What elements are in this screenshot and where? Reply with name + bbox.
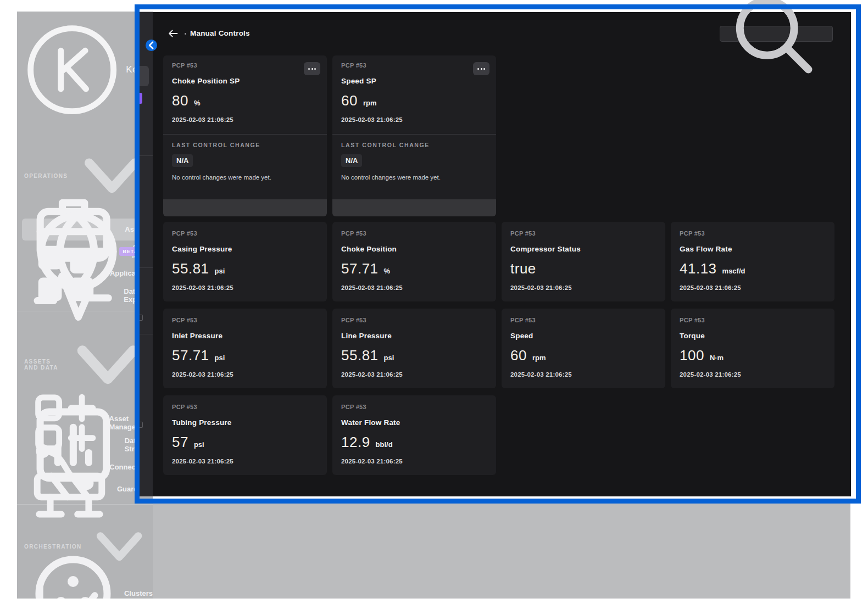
- card-timestamp: 2025-02-03 21:06:25: [172, 371, 318, 378]
- sidebar-item-guardrails[interactable]: Guardrails: [17, 478, 153, 500]
- card-unit: rpm: [363, 99, 377, 107]
- last-control-change-section: LAST CONTROL CHANGEN/ANo control changes…: [163, 135, 327, 181]
- search-icon: [726, 0, 820, 81]
- monitoring-icon: [29, 575, 109, 599]
- beta-badge-fragment: [140, 93, 142, 104]
- card-menu-button[interactable]: [473, 62, 489, 75]
- metric-card-choke-position[interactable]: PCP #53Choke Position57.71%2025-02-03 21…: [332, 222, 496, 301]
- card-value-row: 57.71psi: [172, 347, 318, 364]
- metric-card-tubing-pressure[interactable]: PCP #53Tubing Pressure57psi2025-02-03 21…: [163, 395, 327, 475]
- card-title: Torque: [680, 332, 826, 340]
- card-title: Line Pressure: [341, 332, 487, 340]
- card-unit: N·m: [710, 354, 724, 362]
- guardrails-icon: [29, 449, 110, 529]
- sidebar-item-data-explorer[interactable]: Data Explorer: [17, 284, 153, 306]
- section-label: OPERATIONS: [24, 173, 68, 179]
- menu-dot: [481, 68, 482, 70]
- card-title: Choke Position: [341, 245, 487, 253]
- card-value: 12.9: [341, 434, 370, 451]
- card-value: 57: [172, 434, 188, 451]
- card-footer-bar[interactable]: [163, 199, 327, 216]
- metric-card-compressor-status[interactable]: PCP #53Compressor Statustrue2025-02-03 2…: [502, 222, 665, 301]
- card-asset-label: PCP #53: [510, 230, 656, 237]
- search-input[interactable]: [825, 30, 827, 38]
- card-footer-bar[interactable]: [332, 199, 496, 216]
- card-asset-label: PCP #53: [172, 62, 318, 69]
- sidebar-collapse-button[interactable]: [146, 40, 157, 51]
- card-value: 57.71: [341, 260, 379, 277]
- card-asset-label: PCP #53: [172, 317, 318, 323]
- card-timestamp: 2025-02-03 21:06:25: [341, 371, 487, 378]
- sidebar-undimmed-strip: [140, 12, 153, 496]
- card-value: 60: [341, 92, 358, 109]
- card-unit: psi: [215, 354, 225, 362]
- metric-card-speed[interactable]: PCP #53Speed60rpm2025-02-03 21:06:25: [502, 309, 665, 388]
- card-title: Casing Pressure: [172, 245, 318, 253]
- dimmed-content-below: [153, 504, 850, 599]
- metric-card-line-pressure[interactable]: PCP #53Line Pressure55.81psi2025-02-03 2…: [332, 309, 496, 388]
- card-asset-label: PCP #53: [341, 62, 487, 69]
- last-control-change-note: No control changes were made yet.: [172, 174, 318, 181]
- card-value-row: 55.81psi: [341, 347, 487, 364]
- card-main-section: PCP #53Speed SP60rpm2025-02-03 21:06:25: [332, 55, 496, 135]
- card-timestamp: 2025-02-03 21:06:25: [341, 284, 487, 291]
- card-value: 60: [510, 347, 527, 364]
- card-timestamp: 2025-02-03 21:06:25: [172, 458, 318, 465]
- beta-badge: BETA: [119, 247, 142, 256]
- metric-card-casing-pressure[interactable]: PCP #53Casing Pressure55.81psi2025-02-03…: [163, 222, 327, 301]
- card-value-row: 60rpm: [510, 347, 656, 364]
- data-explorer-icon: [29, 251, 116, 339]
- card-timestamp: 2025-02-03 21:06:25: [172, 284, 318, 291]
- card-asset-label: PCP #53: [172, 404, 318, 410]
- card-asset-label: PCP #53: [341, 404, 487, 410]
- card-timestamp: 2025-02-03 21:06:25: [341, 116, 487, 123]
- metric-card-inlet-pressure[interactable]: PCP #53Inlet Pressure57.71psi2025-02-03 …: [163, 309, 327, 388]
- card-timestamp: 2025-02-03 21:06:25: [510, 284, 656, 291]
- last-control-change-note: No control changes were made yet.: [341, 174, 487, 181]
- card-asset-label: PCP #53: [680, 317, 826, 323]
- card-value-row: 57.71%: [341, 260, 487, 277]
- card-unit: rpm: [532, 354, 546, 362]
- section-label: ASSETS AND DATA: [24, 359, 59, 371]
- card-unit: %: [384, 267, 391, 275]
- card-timestamp: 2025-02-03 21:06:25: [341, 458, 487, 465]
- card-value: 55.81: [341, 347, 379, 364]
- card-title: Inlet Pressure: [172, 332, 318, 340]
- card-unit: psi: [384, 354, 394, 362]
- metric-card-torque[interactable]: PCP #53Torque100N·m2025-02-03 21:06:25: [671, 309, 834, 388]
- card-value: 80: [172, 92, 188, 109]
- card-timestamp: 2025-02-03 21:06:25: [172, 116, 318, 123]
- menu-dot: [308, 68, 310, 70]
- sidebar-section-assets-and-data: ASSETS AND DATAAsset ManagementData Stre…: [17, 311, 153, 504]
- card-timestamp: 2025-02-03 21:06:25: [680, 284, 826, 291]
- sidebar-section-operations: OPERATIONSAssetsAsset MapBETAApplication…: [17, 127, 153, 311]
- sidebar-item-label: Clusters: [124, 589, 153, 597]
- metric-card-water-flow-rate[interactable]: PCP #53Water Flow Rate12.9bbl/d2025-02-0…: [332, 395, 496, 475]
- back-arrow-icon: [168, 28, 179, 39]
- card-unit: bbl/d: [376, 440, 393, 449]
- card-title: Tubing Pressure: [172, 418, 318, 427]
- card-menu-button[interactable]: [304, 62, 320, 75]
- card-value-row: 55.81psi: [172, 260, 318, 277]
- back-button[interactable]: [168, 28, 179, 39]
- divider: [140, 334, 153, 334]
- card-title: Speed: [510, 332, 656, 340]
- sidebar: Kelvin OPERATIONSAssetsAsset MapBETAAppl…: [17, 12, 153, 599]
- last-control-change-badge: N/A: [172, 154, 193, 167]
- card-asset-label: PCP #53: [510, 317, 656, 323]
- last-control-change-section: LAST CONTROL CHANGEN/ANo control changes…: [332, 135, 496, 181]
- card-timestamp: 2025-02-03 21:06:25: [680, 371, 826, 378]
- control-cards-row: PCP #53Choke Position SP80%2025-02-03 21…: [163, 55, 496, 216]
- card-value-row: true: [510, 260, 656, 277]
- card-asset-label: PCP #53: [172, 230, 318, 237]
- metric-card-gas-flow-rate[interactable]: PCP #53Gas Flow Rate41.13mscf/d2025-02-0…: [671, 222, 834, 301]
- search-box[interactable]: [720, 26, 833, 42]
- kelvin-logo-icon: [24, 22, 120, 118]
- card-value-row: 80%: [172, 92, 318, 109]
- chevron-left-icon: [146, 40, 157, 51]
- card-title: Gas Flow Rate: [680, 245, 826, 253]
- menu-dot: [311, 68, 313, 70]
- card-title: Water Flow Rate: [341, 418, 487, 427]
- card-value: 57.71: [172, 347, 209, 364]
- divider: [140, 155, 153, 156]
